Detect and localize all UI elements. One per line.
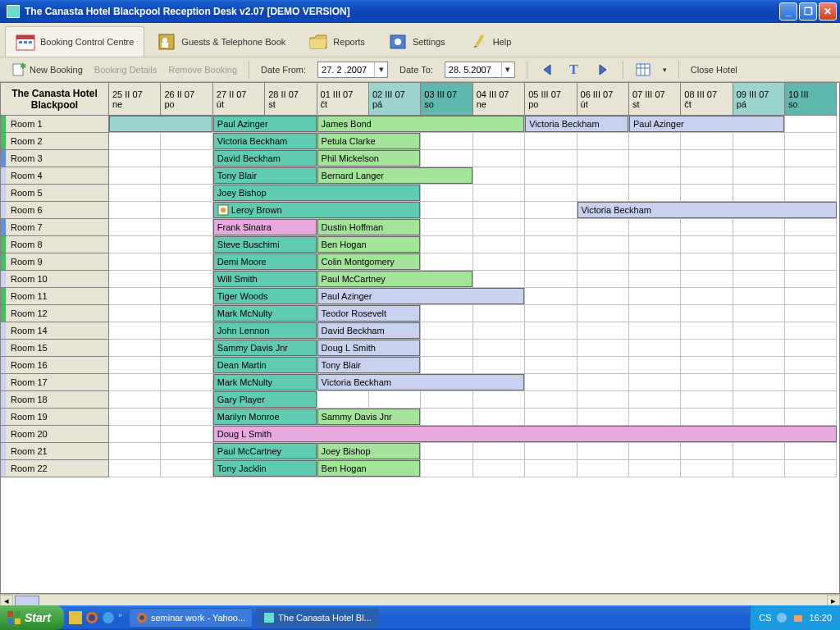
- grid-cell[interactable]: [161, 271, 212, 288]
- booking-block[interactable]: Victoria Beckham: [525, 116, 628, 132]
- close-hotel-button[interactable]: Close Hotel: [691, 65, 737, 75]
- booking-block[interactable]: Tony Blair: [213, 167, 317, 184]
- grid-cell[interactable]: [525, 253, 577, 271]
- date-column-header[interactable]: 04 III 07ne: [473, 83, 525, 116]
- grid-cell[interactable]: [109, 271, 161, 288]
- grid-cell[interactable]: [525, 236, 577, 253]
- grid-cell[interactable]: [473, 167, 525, 185]
- date-from-field[interactable]: [318, 65, 374, 75]
- grid-cell[interactable]: [473, 236, 525, 253]
- grid-cell[interactable]: [161, 185, 212, 202]
- grid-cell[interactable]: [161, 150, 212, 167]
- booking-block[interactable]: Frank Sinatra: [213, 219, 317, 235]
- grid-cell[interactable]: [109, 133, 161, 150]
- grid-cell[interactable]: [473, 460, 525, 477]
- booking-block[interactable]: Paul Azinger: [317, 288, 525, 304]
- grid-cell[interactable]: [109, 219, 161, 236]
- grid-cell[interactable]: [733, 219, 785, 236]
- room-label[interactable]: Room 21: [1, 443, 109, 460]
- grid-cell[interactable]: [109, 443, 161, 460]
- grid-cell[interactable]: [629, 288, 681, 305]
- grid-cell[interactable]: [473, 340, 525, 357]
- booking-block[interactable]: [109, 116, 212, 132]
- new-booking-button[interactable]: ✱ New Booking: [11, 63, 83, 76]
- grid-cell[interactable]: [681, 374, 733, 391]
- date-column-header[interactable]: 08 III 07čt: [681, 83, 733, 116]
- grid-cell[interactable]: [578, 236, 629, 253]
- date-to-field[interactable]: [445, 65, 501, 75]
- grid-cell[interactable]: [785, 409, 837, 426]
- grid-cell[interactable]: [681, 253, 733, 271]
- grid-cell[interactable]: [681, 409, 733, 426]
- grid-cell[interactable]: [525, 150, 577, 167]
- grid-cell[interactable]: [161, 167, 212, 185]
- room-label[interactable]: Room 12: [1, 305, 109, 322]
- language-indicator[interactable]: CS: [759, 613, 771, 623]
- grid-cell[interactable]: [578, 460, 629, 477]
- booking-block[interactable]: Dustin Hoffman: [317, 219, 421, 235]
- grid-cell[interactable]: [161, 391, 212, 409]
- grid-cell[interactable]: [525, 340, 577, 357]
- grid-cell[interactable]: [785, 185, 837, 202]
- date-from-input[interactable]: ▾: [317, 62, 388, 78]
- grid-cell[interactable]: [681, 236, 733, 253]
- grid-cell[interactable]: [525, 391, 577, 409]
- booking-block[interactable]: David Beckham: [317, 322, 421, 339]
- grid-cell[interactable]: [785, 133, 837, 150]
- grid-cell[interactable]: [681, 271, 733, 288]
- grid-cell[interactable]: [421, 219, 472, 236]
- grid-cell[interactable]: [161, 374, 212, 391]
- dropdown-icon[interactable]: ▾: [374, 62, 387, 77]
- grid-cell[interactable]: [421, 340, 472, 357]
- grid-cell[interactable]: [473, 357, 525, 374]
- grid-cell[interactable]: [161, 202, 212, 219]
- grid-cell[interactable]: [681, 391, 733, 409]
- grid-cell[interactable]: [629, 185, 681, 202]
- grid-cell[interactable]: [733, 288, 785, 305]
- booking-block[interactable]: Mark McNulty: [213, 305, 317, 322]
- booking-block[interactable]: Colin Montgomery: [317, 253, 421, 270]
- grid-cell[interactable]: [733, 374, 785, 391]
- grid-cell[interactable]: [578, 271, 629, 288]
- grid-cell[interactable]: [525, 271, 577, 288]
- grid-cell[interactable]: [733, 357, 785, 374]
- booking-block[interactable]: Mark McNulty: [213, 374, 317, 390]
- grid-cell[interactable]: [109, 185, 161, 202]
- booking-block[interactable]: Bernard Langer: [317, 167, 472, 184]
- booking-block[interactable]: Tony Jacklin: [213, 460, 317, 477]
- date-column-header[interactable]: 07 III 07st: [629, 83, 681, 116]
- arrow-left-icon[interactable]: [539, 62, 555, 78]
- grid-cell[interactable]: [525, 305, 577, 322]
- grid-cell[interactable]: [578, 150, 629, 167]
- grid-cell[interactable]: [525, 374, 577, 391]
- grid-cell[interactable]: [109, 374, 161, 391]
- grid-cell[interactable]: [629, 236, 681, 253]
- booking-block[interactable]: John Lennon: [213, 322, 317, 339]
- grid-cell[interactable]: [578, 253, 629, 271]
- grid-cell[interactable]: [525, 202, 577, 219]
- room-label[interactable]: Room 16: [1, 357, 109, 374]
- room-label[interactable]: Room 7: [1, 219, 109, 236]
- taskbar-item-browser[interactable]: seminar work - Yahoo...: [129, 608, 253, 628]
- grid-cell[interactable]: [421, 322, 472, 340]
- grid-cell[interactable]: [629, 133, 681, 150]
- room-label[interactable]: Room 17: [1, 374, 109, 391]
- booking-block[interactable]: Victoria Beckham: [317, 374, 525, 390]
- grid-cell[interactable]: [681, 460, 733, 477]
- maximize-button[interactable]: ❐: [799, 2, 817, 21]
- room-label[interactable]: Room 6: [1, 202, 109, 219]
- booking-block[interactable]: Paul McCartney: [317, 271, 472, 287]
- grid-cell[interactable]: [473, 322, 525, 340]
- grid-cell[interactable]: [629, 150, 681, 167]
- grid-cell[interactable]: [733, 236, 785, 253]
- grid-cell[interactable]: [109, 202, 161, 219]
- show-desktop-icon[interactable]: [69, 611, 82, 624]
- booking-block[interactable]: Teodor Rosevelt: [317, 305, 421, 322]
- remove-booking-button[interactable]: Remove Booking: [168, 65, 237, 75]
- grid-cell[interactable]: [161, 460, 212, 477]
- grid-cell[interactable]: [578, 322, 629, 340]
- grid-cell[interactable]: [421, 391, 472, 409]
- grid-cell[interactable]: [161, 357, 212, 374]
- grid-cell[interactable]: [109, 253, 161, 271]
- booking-block[interactable]: Will Smith: [213, 271, 317, 287]
